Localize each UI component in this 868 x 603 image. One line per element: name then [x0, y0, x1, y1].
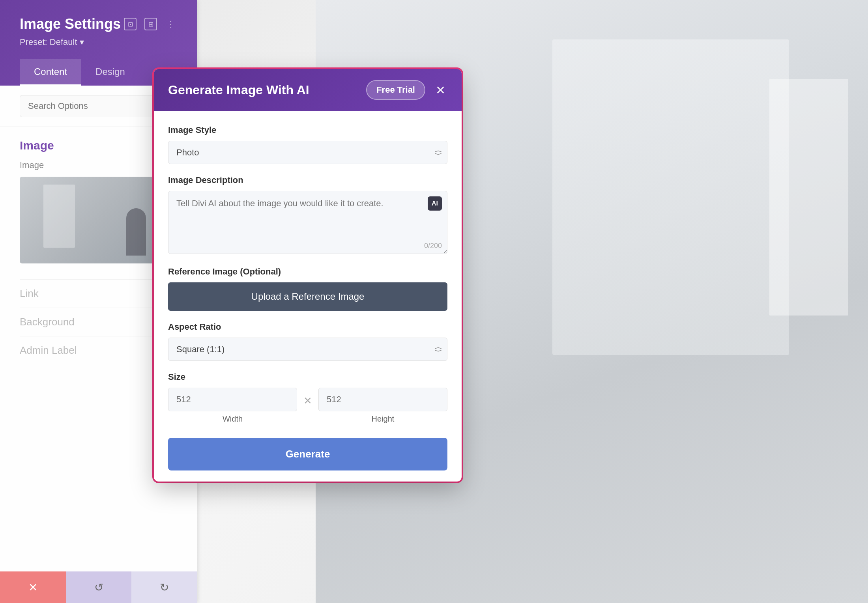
width-label: Width [223, 414, 243, 424]
aspect-ratio-select[interactable]: Square (1:1) Landscape (16:9) Portrait (… [168, 338, 447, 361]
ai-dialog: Generate Image With AI Free Trial ✕ Imag… [154, 69, 462, 482]
image-style-select[interactable]: Photo Illustration Digital Art Painting … [168, 141, 447, 164]
char-count: 0/200 [424, 242, 442, 250]
aspect-ratio-select-wrapper: Square (1:1) Landscape (16:9) Portrait (… [168, 338, 447, 361]
expand-icon[interactable]: ⊡ [124, 18, 137, 30]
height-label: Height [372, 414, 395, 424]
reference-image-group: Reference Image (Optional) Upload a Refe… [168, 267, 447, 311]
columns-icon[interactable]: ⊞ [144, 18, 157, 30]
ai-assist-icon[interactable]: AI [428, 196, 442, 211]
cancel-button[interactable]: ✕ [0, 571, 66, 603]
redo-button[interactable]: ↻ [131, 571, 197, 603]
image-style-group: Image Style Photo Illustration Digital A… [168, 125, 447, 164]
description-label: Image Description [168, 175, 447, 185]
dialog-body: Image Style Photo Illustration Digital A… [154, 111, 462, 482]
close-button[interactable]: ✕ [433, 83, 447, 97]
width-input[interactable] [168, 388, 297, 411]
dialog-header-right: Free Trial ✕ [366, 80, 447, 100]
size-label: Size [168, 372, 447, 382]
settings-title: Image Settings [20, 16, 121, 32]
image-style-select-wrapper: Photo Illustration Digital Art Painting … [168, 141, 447, 164]
image-style-label: Image Style [168, 125, 447, 135]
height-group: Height [318, 388, 447, 424]
width-group: Width [168, 388, 297, 424]
height-input[interactable] [318, 388, 447, 411]
size-group: Size Width ✕ Height [168, 372, 447, 424]
aspect-ratio-group: Aspect Ratio Square (1:1) Landscape (16:… [168, 322, 447, 361]
tab-content[interactable]: Content [20, 59, 81, 86]
settings-icons: ⊡ ⊞ ⋮ [124, 18, 178, 30]
bottom-bar: ✕ ↺ ↻ [0, 571, 197, 603]
size-x-icon: ✕ [303, 395, 312, 407]
dialog-header: Generate Image With AI Free Trial ✕ [154, 69, 462, 111]
textarea-wrapper: AI 0/200 [168, 191, 447, 256]
description-textarea[interactable] [168, 191, 447, 254]
reference-image-label: Reference Image (Optional) [168, 267, 447, 277]
size-row: Width ✕ Height [168, 388, 447, 424]
upload-reference-button[interactable]: Upload a Reference Image [168, 282, 447, 311]
free-trial-button[interactable]: Free Trial [366, 80, 425, 100]
dialog-title: Generate Image With AI [168, 83, 309, 97]
tab-design[interactable]: Design [81, 59, 139, 86]
generate-button[interactable]: Generate [168, 438, 447, 470]
undo-button[interactable]: ↺ [66, 571, 132, 603]
settings-header-top: Image Settings ⊡ ⊞ ⋮ [20, 16, 178, 32]
aspect-ratio-label: Aspect Ratio [168, 322, 447, 332]
preset-label[interactable]: Preset: Default ▾ [20, 37, 178, 47]
description-group: Image Description AI 0/200 [168, 175, 447, 256]
more-options-icon[interactable]: ⋮ [165, 18, 178, 30]
